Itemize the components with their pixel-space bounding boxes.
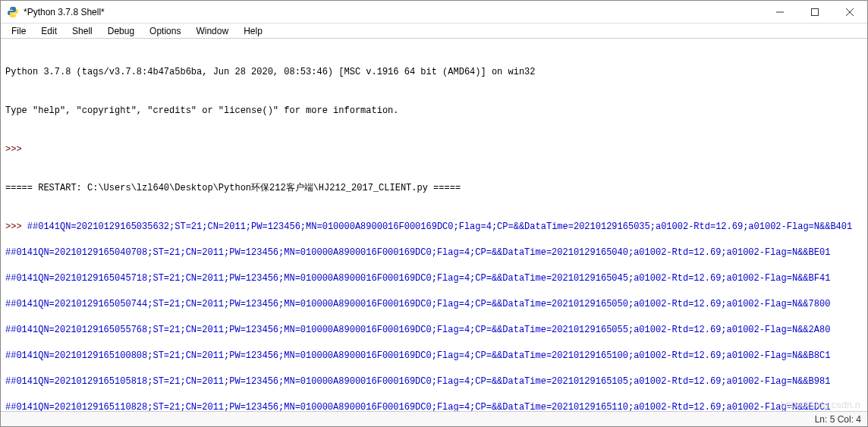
output-line: ##0141QN=20210129165105818;ST=21;CN=2011… bbox=[5, 376, 830, 387]
output-line: ##0141QN=20210129165055768;ST=21;CN=2011… bbox=[5, 325, 830, 335]
output-line: ##0141QN=20210129165110828;ST=21;CN=2011… bbox=[5, 402, 830, 411]
window-title: *Python 3.7.8 Shell* bbox=[24, 7, 763, 17]
output-line: ##0141QN=20210129165100808;ST=21;CN=2011… bbox=[5, 350, 830, 361]
menu-file[interactable]: File bbox=[4, 24, 33, 38]
output-lines: >>> ##0141QN=20210129165035632;ST=21;CN=… bbox=[5, 221, 863, 411]
statusbar: Ln: 5 Col: 4 bbox=[1, 411, 867, 426]
svg-rect-3 bbox=[812, 8, 819, 15]
output-line: ##0141QN=20210129165045718;ST=21;CN=2011… bbox=[5, 273, 830, 284]
menu-edit[interactable]: Edit bbox=[33, 24, 64, 38]
cursor-position: Ln: 5 Col: 4 bbox=[815, 414, 861, 425]
menu-shell[interactable]: Shell bbox=[64, 24, 100, 38]
close-button[interactable] bbox=[832, 1, 867, 23]
python-icon bbox=[7, 6, 19, 18]
restart-line: ===== RESTART: C:\Users\lzl640\Desktop\P… bbox=[5, 182, 863, 195]
help-line: Type "help", "copyright", "credits" or "… bbox=[5, 105, 863, 118]
menu-debug[interactable]: Debug bbox=[100, 24, 142, 38]
minimize-button[interactable] bbox=[763, 1, 797, 23]
menubar: File Edit Shell Debug Options Window Hel… bbox=[1, 24, 867, 39]
svg-point-1 bbox=[14, 15, 15, 16]
titlebar[interactable]: *Python 3.7.8 Shell* bbox=[1, 1, 867, 24]
menu-help[interactable]: Help bbox=[236, 24, 270, 38]
output-line: ##0141QN=20210129165040708;ST=21;CN=2011… bbox=[5, 247, 830, 258]
output-line: ##0141QN=20210129165050744;ST=21;CN=2011… bbox=[5, 299, 830, 309]
output-line: ##0141QN=20210129165035632;ST=21;CN=2011… bbox=[27, 221, 852, 232]
svg-point-0 bbox=[11, 8, 11, 8]
maximize-button[interactable] bbox=[797, 1, 832, 23]
menu-options[interactable]: Options bbox=[142, 24, 188, 38]
shell-text-area[interactable]: Python 3.7.8 (tags/v3.7.8:4b47a5b6ba, Ju… bbox=[1, 39, 867, 411]
menu-window[interactable]: Window bbox=[188, 24, 236, 38]
prompt: >>> bbox=[5, 144, 22, 155]
window-controls bbox=[763, 1, 867, 23]
idle-window: *Python 3.7.8 Shell* File Edit Shell Deb… bbox=[0, 0, 868, 427]
version-line: Python 3.7.8 (tags/v3.7.8:4b47a5b6ba, Ju… bbox=[5, 66, 863, 79]
prompt: >>> bbox=[5, 221, 27, 232]
